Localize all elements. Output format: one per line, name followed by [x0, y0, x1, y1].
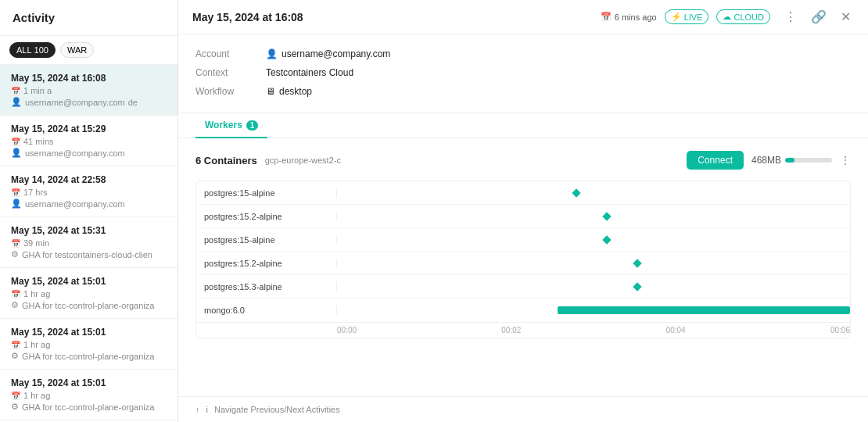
- time-ago-badge: 📅 6 mins ago: [601, 12, 657, 22]
- container-header: 6 Containers gcp-europe-west2-c Connect …: [195, 151, 851, 170]
- user-name: GHA for tcc-control-plane-organiza: [22, 301, 154, 310]
- item-time: 1 hr ag: [23, 289, 50, 299]
- item-meta: 📅 1 hr ag: [11, 391, 167, 400]
- axis-label-2: 00:04: [666, 326, 686, 334]
- item-time: 41 mins: [23, 137, 54, 146]
- user-icon: 👤: [11, 148, 22, 158]
- sidebar-items: May 15, 2024 at 16:08 📅 1 min a 👤 userna…: [0, 65, 178, 420]
- link-button[interactable]: 🔗: [808, 8, 830, 26]
- item-title: May 15, 2024 at 15:01: [11, 327, 167, 338]
- cloud-label: CLOUD: [733, 13, 764, 22]
- user-icon: ⚙: [11, 249, 19, 259]
- connect-button[interactable]: Connect: [687, 151, 744, 170]
- filter-row: ALL 100 WAR: [0, 36, 178, 65]
- filter-all[interactable]: ALL 100: [9, 42, 56, 58]
- calendar-icon: 📅: [11, 138, 20, 146]
- filter-all-label: ALL: [16, 45, 32, 55]
- memory-bar: [785, 158, 832, 163]
- tab-workers-label: Workers: [205, 120, 242, 131]
- container-actions: Connect 468MB ⋮: [687, 151, 851, 170]
- panel-header: May 15, 2024 at 16:08 📅 6 mins ago ⚡ LIV…: [178, 0, 868, 34]
- cloud-icon: ☁: [723, 12, 731, 22]
- container-more-button[interactable]: ⋮: [840, 154, 851, 166]
- sidebar-item-2[interactable]: May 14, 2024 at 22:58 📅 17 hrs 👤 usernam…: [0, 166, 178, 217]
- sidebar-item-5[interactable]: May 15, 2024 at 15:01 📅 1 hr ag ⚙ GHA fo…: [0, 319, 178, 370]
- chart-row-label: mongo:6.0: [196, 306, 337, 315]
- account-email: username@company.com: [282, 48, 390, 59]
- sidebar-item-1[interactable]: May 15, 2024 at 15:29 📅 41 mins 👤 userna…: [0, 116, 178, 166]
- calendar-icon: 📅: [601, 12, 612, 22]
- panel-actions: ⋮ 🔗 ✕: [781, 8, 854, 26]
- chart-row-label: postgres:15.2-alpine: [196, 212, 337, 221]
- item-meta: 📅 17 hrs: [11, 188, 167, 197]
- filter-war-label: WAR: [67, 45, 87, 55]
- item-title: May 15, 2024 at 15:01: [11, 276, 167, 287]
- user-icon: ⚙: [11, 402, 19, 412]
- live-badge: ⚡ LIVE: [665, 9, 709, 24]
- chart-row-label: postgres:15-alpine: [196, 235, 337, 245]
- account-label: Account: [195, 48, 266, 59]
- item-user: 👤 username@company.com de: [11, 97, 167, 107]
- down-key-icon: i: [206, 405, 208, 414]
- calendar-icon: 📅: [11, 341, 20, 349]
- panel-title: May 15, 2024 at 16:08: [192, 11, 590, 23]
- chart-diamond: [633, 259, 642, 267]
- navigate-label: Navigate Previous/Next Activities: [214, 405, 340, 414]
- close-button[interactable]: ✕: [838, 8, 854, 26]
- workflow-row: Workflow 🖥 desktop: [195, 86, 851, 97]
- memory-badge: 468MB: [751, 155, 832, 166]
- chart-row-label: postgres:15-alpine: [196, 188, 337, 198]
- user-icon: ⚙: [11, 351, 19, 361]
- tab-workers-badge: 1: [246, 120, 259, 131]
- chart-row-area: [337, 252, 850, 274]
- chart-row-area: [337, 205, 850, 227]
- item-meta: 📅 1 hr ag: [11, 340, 167, 349]
- time-ago-value: 6 mins ago: [615, 13, 657, 22]
- item-title: May 15, 2024 at 15:29: [11, 123, 167, 134]
- item-time: 1 hr ag: [23, 391, 50, 400]
- up-key-icon: ↑: [195, 405, 200, 414]
- workflow-value: 🖥 desktop: [266, 86, 312, 97]
- item-meta: 📅 39 min: [11, 238, 167, 248]
- workers-section: 6 Containers gcp-europe-west2-c Connect …: [178, 138, 868, 351]
- sidebar-item-3[interactable]: May 15, 2024 at 15:31 📅 39 min ⚙ GHA for…: [0, 217, 178, 268]
- item-user: ⚙ GHA for tcc-control-plane-organiza: [11, 402, 167, 412]
- item-time: 1 min a: [23, 86, 52, 95]
- chart-row-area: [337, 181, 850, 204]
- chart-row-1: postgres:15.2-alpine: [196, 205, 850, 228]
- user-name: username@company.com: [25, 199, 125, 209]
- main-panel: May 15, 2024 at 16:08 📅 6 mins ago ⚡ LIV…: [178, 0, 868, 422]
- panel-meta: 📅 6 mins ago ⚡ LIVE ☁ CLOUD: [601, 9, 770, 24]
- chart-row-area: [337, 228, 850, 251]
- memory-fill: [785, 158, 794, 163]
- live-label: LIVE: [684, 13, 703, 22]
- filter-war[interactable]: WAR: [60, 42, 94, 58]
- chart-row-label: postgres:15.3-alpine: [196, 282, 337, 291]
- chart-diamond: [572, 188, 580, 197]
- more-options-button[interactable]: ⋮: [781, 8, 800, 26]
- item-meta: 📅 41 mins: [11, 137, 167, 146]
- item-user: ⚙ GHA for tcc-control-plane-organiza: [11, 300, 167, 310]
- axis-label-0: 00:00: [337, 326, 357, 334]
- item-user: ⚙ GHA for tcc-control-plane-organiza: [11, 351, 167, 361]
- sidebar-title: Activity: [0, 0, 178, 36]
- calendar-icon: 📅: [11, 290, 20, 299]
- filter-all-count: 100: [34, 45, 48, 55]
- user-icon: 👤: [266, 48, 278, 59]
- user-name: username@company.com: [25, 98, 125, 107]
- chart-row-3: postgres:15.2-alpine: [196, 252, 850, 275]
- calendar-icon: 📅: [11, 188, 20, 197]
- tabs-row: Workers 1: [178, 113, 868, 138]
- calendar-icon: 📅: [11, 392, 20, 400]
- chart-row-label: postgres:15.2-alpine: [196, 259, 337, 268]
- sidebar-item-6[interactable]: May 15, 2024 at 15:01 📅 1 hr ag ⚙ GHA fo…: [0, 370, 178, 420]
- item-source: de: [128, 98, 138, 107]
- tab-workers[interactable]: Workers 1: [195, 113, 267, 138]
- chart-row-5: mongo:6.0: [196, 299, 850, 322]
- context-row: Context Testcontainers Cloud: [195, 67, 851, 78]
- sidebar-item-4[interactable]: May 15, 2024 at 15:01 📅 1 hr ag ⚙ GHA fo…: [0, 268, 178, 319]
- item-user: 👤 username@company.com: [11, 148, 167, 158]
- account-row: Account 👤 username@company.com: [195, 48, 851, 59]
- sidebar-item-0[interactable]: May 15, 2024 at 16:08 📅 1 min a 👤 userna…: [0, 65, 178, 116]
- chart-diamond: [602, 212, 611, 220]
